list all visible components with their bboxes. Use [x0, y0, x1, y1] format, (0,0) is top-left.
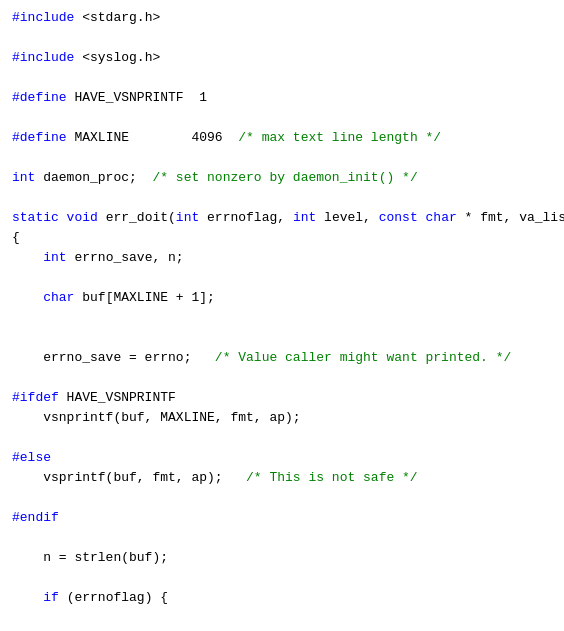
- code-line: static void err_doit(int errnoflag, int …: [0, 208, 564, 228]
- code-line: {: [0, 228, 564, 248]
- code-line: [0, 528, 564, 548]
- code-line: [0, 568, 564, 588]
- code-line: [0, 368, 564, 388]
- code-line: #include <stdarg.h>: [0, 8, 564, 28]
- code-line: if (errnoflag) {: [0, 588, 564, 608]
- code-line: vsnprintf(buf, MAXLINE, fmt, ap);: [0, 408, 564, 428]
- code-line: int errno_save, n;: [0, 248, 564, 268]
- code-line: [0, 328, 564, 348]
- code-line: [0, 268, 564, 288]
- code-line: [0, 608, 564, 628]
- code-line: char buf[MAXLINE + 1];: [0, 288, 564, 308]
- code-line: #ifdef HAVE_VSNPRINTF: [0, 388, 564, 408]
- code-line: [0, 428, 564, 448]
- code-line: [0, 488, 564, 508]
- code-line: errno_save = errno; /* Value caller migh…: [0, 348, 564, 368]
- code-line: #else: [0, 448, 564, 468]
- code-line: vsprintf(buf, fmt, ap); /* This is not s…: [0, 468, 564, 488]
- code-line: #define HAVE_VSNPRINTF 1: [0, 88, 564, 108]
- code-line: #define MAXLINE 4096 /* max text line le…: [0, 128, 564, 148]
- code-line: [0, 188, 564, 208]
- code-line: [0, 68, 564, 88]
- code-line: #include <syslog.h>: [0, 48, 564, 68]
- code-line: [0, 108, 564, 128]
- code-line: [0, 308, 564, 328]
- code-line: #endif: [0, 508, 564, 528]
- code-line: n = strlen(buf);: [0, 548, 564, 568]
- code-line: int daemon_proc; /* set nonzero by daemo…: [0, 168, 564, 188]
- code-line: [0, 28, 564, 48]
- code-viewer: #include <stdarg.h> #include <syslog.h> …: [0, 0, 564, 631]
- code-line: [0, 148, 564, 168]
